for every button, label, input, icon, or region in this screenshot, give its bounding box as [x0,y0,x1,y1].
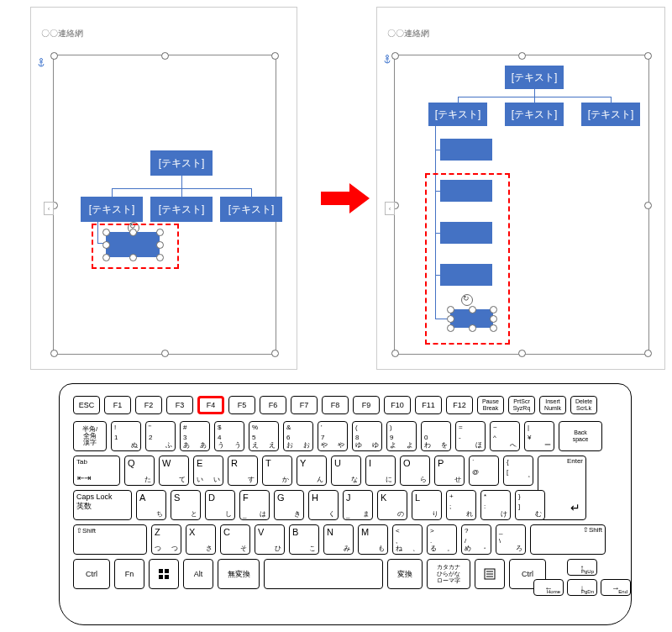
key-b[interactable]: Bこ [289,524,319,555]
key-m[interactable]: Mも [358,524,388,555]
smartart-frame[interactable]: ‹ [テキスト] [テキスト] [テキスト] [テキスト] [394,55,649,355]
key-q[interactable]: Qた [124,456,155,486]
key-4[interactable]: $4うう [214,421,244,451]
org-node[interactable]: [テキスト] [150,197,213,222]
key-k[interactable]: Kの [377,490,407,520]
org-node[interactable]: [テキスト] [505,103,564,126]
key-7[interactable]: '7やや [318,421,348,451]
key-esc[interactable]: ESC [73,396,100,414]
key-w[interactable]: Wて [159,456,189,486]
key-n[interactable]: Nみ [323,524,354,555]
key-r[interactable]: Rす [228,456,258,486]
key-:[interactable]: *:け [480,490,511,520]
key-windows[interactable] [149,559,179,589]
key-delete[interactable]: DeleteScrLk [570,396,597,414]
key-insert[interactable]: InsertNumlk [539,396,566,414]
key-変換[interactable]: 変換 [387,559,423,589]
key-pause[interactable]: PauseBreak [477,396,504,414]
key-c[interactable]: Cそ [220,524,250,555]
key-fn[interactable]: Fn [114,559,144,589]
key-t[interactable]: Tか [262,456,292,486]
key-3[interactable]: #3ああ [180,421,210,451]
key-left[interactable]: ←Home [533,579,564,596]
key-menu[interactable] [475,559,505,589]
key-2[interactable]: "2ふ [145,421,176,451]
key-tab[interactable]: Tab⇤⇥ [73,456,120,486]
key-,[interactable]: <,ね、 [392,524,423,555]
org-node[interactable] [440,139,492,161]
key-¥[interactable]: |¥ー [524,421,554,451]
key-f4[interactable]: F4 [197,396,224,414]
key-][interactable]: }]む [515,490,545,520]
rotate-handle[interactable] [461,294,473,306]
key-f6[interactable]: F6 [260,396,286,414]
org-node[interactable] [440,222,492,244]
key-g[interactable]: Gき [274,490,304,520]
key-f11[interactable]: F11 [415,396,442,414]
key-9[interactable]: )9よよ [386,421,417,451]
key-カタカナ
ひらがな
ローマ字[interactable]: カタカナひらがなローマ字 [427,559,470,589]
org-node[interactable]: [テキスト] [220,197,282,222]
org-node[interactable]: [テキスト] [505,66,564,89]
key-s[interactable]: Sと [171,490,201,520]
key-up[interactable]: ↑PgUp [567,559,597,576]
key-f7[interactable]: F7 [291,396,318,414]
key-i[interactable]: Iに [365,456,396,486]
key-d[interactable]: Dし [205,490,235,520]
key-l[interactable]: Lり [412,490,442,520]
key-j[interactable]: J_ま [343,490,373,520]
smartart-caret[interactable]: ‹ [44,202,54,215]
key-f10[interactable]: F10 [384,396,411,414]
key-shift-r[interactable]: ⇧Shift [530,524,606,555]
smartart-caret[interactable]: ‹ [385,202,395,215]
key-a[interactable]: Aち [136,490,166,520]
org-node[interactable]: [テキスト] [428,103,487,126]
key--[interactable]: =-ほ [455,421,486,451]
key-backspace[interactable]: Backspace [559,421,602,451]
key-x[interactable]: Xさ [186,524,216,555]
key-h[interactable]: Hく [308,490,339,520]
key-y[interactable]: Yん [297,456,327,486]
key-1[interactable]: !1ぬ [111,421,141,451]
key-f2[interactable]: F2 [135,396,162,414]
org-node[interactable]: [テキスト] [581,103,640,126]
key-f9[interactable]: F9 [353,396,380,414]
key-down[interactable]: ↓PgDn [567,579,597,596]
smartart-frame[interactable]: ‹ [テキスト] [テキスト] [テキスト] [テキスト] [53,55,276,355]
key-z[interactable]: Zつつ [151,524,181,555]
key-/[interactable]: ?/め・ [461,524,491,555]
key-\[interactable]: _\ろ [496,524,526,555]
key-^[interactable]: ~^へ [490,421,520,451]
key-f3[interactable]: F3 [166,396,193,414]
key-@[interactable]: `@ [469,456,499,486]
key-p[interactable]: Pせ [434,456,465,486]
key-無変換[interactable]: 無変換 [218,559,260,589]
org-node[interactable]: [テキスト] [150,150,213,176]
key-alt[interactable]: Alt [183,559,213,589]
key-shift-l[interactable]: ⇧Shift [73,524,147,555]
key-e[interactable]: Eいい [193,456,223,486]
key-v[interactable]: Vひ [255,524,285,555]
key-hankaku[interactable]: 半角/全角漢字 [73,421,107,451]
key-0[interactable]: 0わを [421,421,451,451]
key-prtscr[interactable]: PrtScrSyzRq [508,396,535,414]
org-node[interactable]: [テキスト] [81,197,143,222]
key-5[interactable]: %5ええ [249,421,279,451]
key-;[interactable]: +;れ [446,490,476,520]
key-f5[interactable]: F5 [228,396,255,414]
key-f8[interactable]: F8 [322,396,349,414]
key-f[interactable]: F_は [239,490,270,520]
key-capslock[interactable]: Caps Lock英数 [73,490,132,520]
key-u[interactable]: Uな [331,456,361,486]
key-o[interactable]: Oら [400,456,430,486]
key-[[interactable]: {[゜ [503,456,533,486]
key-f12[interactable]: F12 [446,396,473,414]
org-node[interactable] [440,180,492,202]
key-space[interactable] [264,559,383,589]
key-.[interactable]: >.る。 [427,524,457,555]
key-right[interactable]: →End [601,579,631,596]
key-ctrl[interactable]: Ctrl [73,559,110,589]
org-node[interactable] [440,264,492,286]
key-f1[interactable]: F1 [104,396,131,414]
key-8[interactable]: (8ゆゆ [352,421,382,451]
